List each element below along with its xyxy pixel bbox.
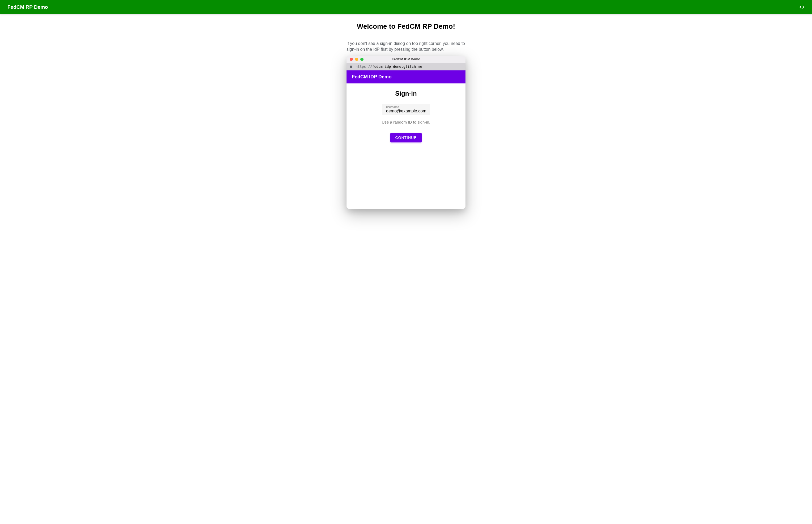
lock-icon [350, 65, 353, 68]
welcome-title: Welcome to FedCM RP Demo! [357, 22, 455, 31]
popup-app-title: FedCM IDP Demo [352, 74, 460, 80]
main-content: Welcome to FedCM RP Demo! If you don't s… [0, 14, 812, 209]
address-bar: https://fedcm-idp-demo.glitch.me [346, 63, 466, 70]
app-header: FedCM RP Demo [0, 0, 812, 14]
app-title: FedCM RP Demo [7, 4, 48, 10]
continue-button[interactable]: CONTINUE [390, 133, 421, 143]
window-titlebar: FedCM IDP Demo [346, 56, 466, 63]
username-field-wrapper[interactable]: username [382, 104, 430, 115]
maximize-icon[interactable] [360, 58, 363, 61]
popup-window: FedCM IDP Demo https://fedcm-idp-demo.gl… [346, 56, 466, 209]
close-icon[interactable] [350, 58, 353, 61]
url-text: https://fedcm-idp-demo.glitch.me [356, 65, 422, 68]
username-input[interactable] [386, 109, 426, 113]
traffic-lights [350, 58, 363, 61]
code-icon[interactable] [799, 4, 805, 10]
popup-body: Sign-in username Use a random ID to sign… [346, 83, 466, 209]
username-label: username [386, 105, 426, 109]
signin-title: Sign-in [352, 90, 460, 97]
signin-hint: Use a random ID to sign-in. [352, 120, 460, 124]
chevron-left-right-icon [799, 4, 805, 10]
instruction-text: If you don't see a sign-in dialog on top… [346, 40, 466, 53]
url-host: fedcm-idp-demo.glitch.me [372, 65, 422, 68]
popup-app-header: FedCM IDP Demo [346, 70, 466, 83]
minimize-icon[interactable] [355, 58, 358, 61]
url-protocol: https:// [356, 65, 372, 68]
popup-window-title: FedCM IDP Demo [392, 57, 420, 61]
